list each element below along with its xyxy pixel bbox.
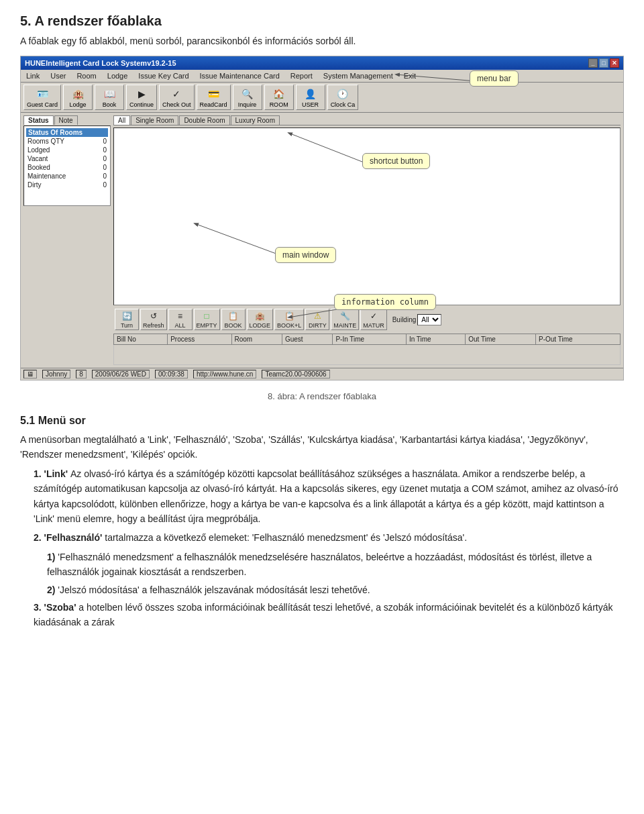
status-count: 8 [76, 370, 87, 378]
item-1-label: 'Link' [44, 468, 70, 479]
readcard-icon: 💳 [204, 87, 223, 101]
close-button[interactable]: ✕ [610, 58, 619, 68]
app-window: HUNEIntelligent Card Lock Systemv19.2-15… [20, 56, 624, 380]
menu-lodge[interactable]: Lodge [105, 71, 131, 81]
btn-empty-label: EMPTY [197, 322, 217, 329]
item-3-text: a hotelben lévő összes szoba információi… [34, 602, 612, 627]
status-label-dirty: Dirty [28, 181, 42, 189]
menu-issue-maint[interactable]: Issue Maintenance Card [197, 71, 282, 81]
btn-book[interactable]: 📋 BOOK [221, 309, 246, 330]
toolbar-book[interactable]: 📖 Book [95, 85, 124, 110]
clock-label: Clock Ca [331, 101, 356, 108]
tab-note[interactable]: Note [54, 115, 78, 125]
btn-matur-label: MATUR [363, 322, 384, 329]
item-3: 3. 'Szoba' a hotelben lévő összes szoba … [34, 600, 624, 630]
menu-link[interactable]: Link [23, 71, 42, 81]
col-pout-time: P-Out Time [536, 334, 621, 345]
btn-all[interactable]: ≡ ALL [168, 309, 193, 330]
menu-report[interactable]: Report [288, 71, 315, 81]
status-row-vacant: Vacant 0 [26, 154, 108, 163]
room-tab-all[interactable]: All [113, 115, 130, 125]
menu-user[interactable]: User [48, 71, 68, 81]
status-label-vacant: Vacant [28, 155, 48, 162]
status-row-qty: Rooms QTY 0 [26, 137, 108, 146]
menu-exit[interactable]: Exit [401, 71, 419, 81]
subitem-2-1: 1) 'Felhasználó menedzsment' a felhaszná… [47, 550, 624, 580]
btn-mainte[interactable]: 🔧 MAINTE [331, 309, 359, 330]
readcard-label: ReadCard [200, 101, 227, 108]
building-select[interactable]: All [417, 314, 441, 325]
lodge-icon: 🏨 [68, 87, 87, 101]
room-tab-double[interactable]: Double Room [179, 115, 229, 125]
btn-mainte-label: MAINTE [333, 322, 356, 329]
btn-book-label: BOOK [225, 322, 242, 329]
section-51-intro: A menüsorban megtalálható a 'Link', 'Fel… [20, 432, 624, 462]
minimize-button[interactable]: _ [588, 58, 598, 68]
room-tab-single[interactable]: Single Room [131, 115, 178, 125]
title-bar: HUNEIntelligent Card Lock Systemv19.2-15… [21, 56, 623, 70]
data-table: Bill No Process Room Guest P-In Time In … [113, 334, 621, 365]
maximize-button[interactable]: □ [599, 58, 608, 68]
status-row-lodged: Lodged 0 [26, 146, 108, 154]
status-label-lodged: Lodged [28, 146, 50, 154]
col-process: Process [168, 334, 231, 345]
status-header: Status Of Rooms [26, 128, 108, 137]
room-tabs: All Single Room Double Room Luxury Room [113, 115, 621, 125]
menu-bar: Link User Room Lodge Issue Key Card Issu… [21, 70, 623, 83]
menu-issue-key[interactable]: Issue Key Card [136, 71, 191, 81]
continue-icon: ▶ [132, 87, 151, 101]
toolbar-lodge[interactable]: 🏨 Lodge [63, 85, 93, 110]
btn-matur[interactable]: ✓ MATUR [360, 309, 386, 330]
btn-refresh[interactable]: ↺ Refresh [140, 309, 167, 330]
room-label: ROOM [270, 101, 288, 108]
inquire-label: Inquire [238, 101, 257, 108]
toolbar-user[interactable]: 👤 USER [296, 85, 325, 110]
toolbar-guest-card[interactable]: 🪪 Guest Card [23, 85, 61, 110]
toolbar-clock[interactable]: 🕐 Clock Ca [327, 85, 359, 110]
app-title: HUNEIntelligent Card Lock Systemv19.2-15 [25, 59, 176, 67]
main-area: Status Note Status Of Rooms Rooms QTY 0 … [21, 113, 623, 368]
col-guest: Guest [282, 334, 332, 345]
subitem-2-1-text: 'Felhasználó menedzsment' a felhasználók… [47, 552, 592, 577]
table-container: Bill No Process Room Guest P-In Time In … [113, 334, 621, 365]
status-icon: 🖥 [23, 370, 37, 378]
btn-empty[interactable]: □ EMPTY [194, 309, 220, 330]
subitem-2-2-text: 'Jelszó módosítása' a felhasználók jelsz… [58, 584, 370, 595]
tab-status[interactable]: Status [23, 115, 54, 125]
toolbar-continue[interactable]: ▶ Continue [126, 85, 157, 110]
item-3-number: 3. [34, 602, 44, 613]
menu-system[interactable]: System Management [321, 71, 396, 81]
item-1-text: Az olvasó-író kártya és a számítógép köz… [34, 468, 619, 524]
btn-lodge[interactable]: 🏨 LODGE [247, 309, 274, 330]
left-panel: Status Note Status Of Rooms Rooms QTY 0 … [23, 115, 111, 365]
screenshot-caption: 8. ábra: A rendszer főablaka [20, 391, 624, 401]
status-user: Johnny [42, 370, 70, 378]
btn-lodge-label: LODGE [250, 322, 271, 329]
table-row [114, 345, 621, 365]
status-value-maint: 0 [103, 172, 107, 180]
information-column-callout: information column [334, 294, 436, 310]
status-row-dirty: Dirty 0 [26, 181, 108, 189]
room-tab-luxury[interactable]: Luxury Room [231, 115, 280, 125]
toolbar-checkout[interactable]: ✓ Check Out [159, 85, 195, 110]
cell-empty [114, 345, 621, 365]
shortcut-button-callout: shortcut button [362, 153, 430, 169]
toolbar-inquire[interactable]: 🔍 Inquire [233, 85, 262, 110]
btn-turn[interactable]: 🔄 Turn [115, 309, 139, 330]
btn-dirty[interactable]: ⚠ DIRTY [305, 309, 329, 330]
btn-turn-label: Turn [121, 322, 133, 329]
toolbar-readcard[interactable]: 💳 ReadCard [197, 85, 231, 110]
status-version: Teamc20.00-090606 [262, 370, 329, 378]
bookl-icon: 📋 [282, 310, 297, 322]
status-row-maint: Maintenance 0 [26, 172, 108, 181]
status-label-qty: Rooms QTY [28, 138, 64, 145]
book-btn-icon: 📋 [226, 310, 241, 322]
section-51-heading: 5.1 Menü sor [20, 415, 624, 427]
user-icon: 👤 [301, 87, 320, 101]
menu-room[interactable]: Room [74, 71, 99, 81]
mainte-icon: 🔧 [337, 310, 352, 322]
status-row-booked: Booked 0 [26, 163, 108, 172]
toolbar-room[interactable]: 🏠 ROOM [264, 85, 294, 110]
btn-bookl[interactable]: 📋 BOOK+L [274, 309, 304, 330]
status-value-lodged: 0 [103, 146, 107, 154]
